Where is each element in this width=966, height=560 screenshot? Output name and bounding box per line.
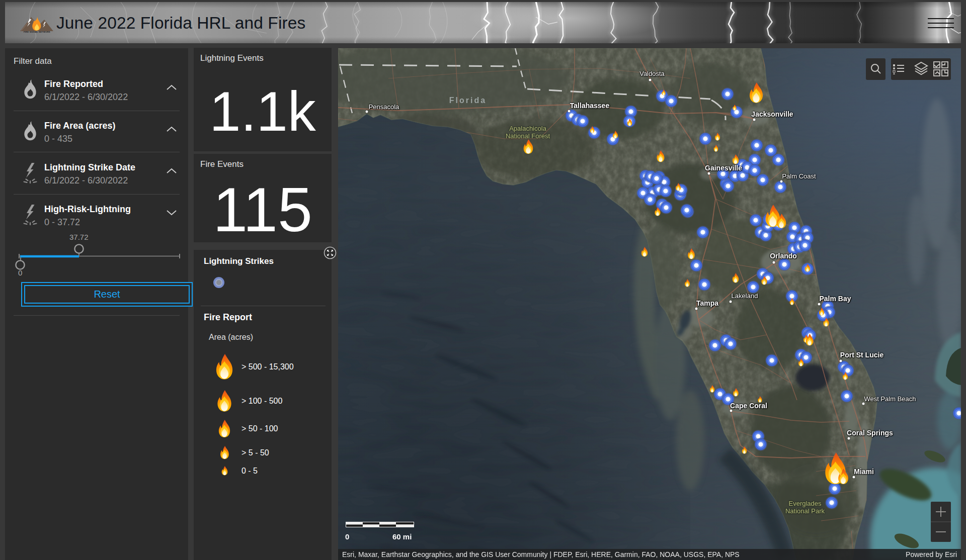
svg-text:60 mi: 60 mi [392, 532, 412, 541]
svg-text:FIRE SIGNAL NETWORK: FIRE SIGNAL NETWORK [24, 31, 50, 33]
svg-text:0: 0 [345, 532, 349, 541]
